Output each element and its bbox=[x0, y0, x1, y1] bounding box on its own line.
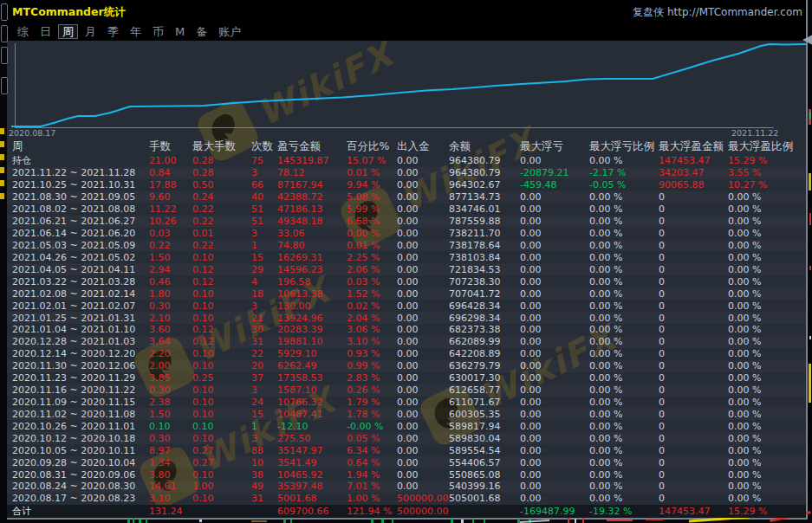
cell: 877134.73 bbox=[449, 191, 520, 203]
menu-tab-备[interactable]: 备 bbox=[196, 25, 207, 38]
table-row[interactable]: 2020.11.23 ~ 2020.11.293.850.253717358.5… bbox=[7, 372, 806, 384]
cell: 636279.79 bbox=[449, 360, 520, 371]
cell: 0.10 bbox=[192, 300, 251, 312]
table-row[interactable]: 2021.08.02 ~ 2021.08.0811.220.225147186.… bbox=[7, 203, 806, 216]
title-bar[interactable]: MTCommander统计 复盘侠 http://MTCommander.com bbox=[7, 0, 806, 23]
cell: 0 bbox=[659, 348, 728, 359]
menu-tab-月[interactable]: 月 bbox=[85, 25, 96, 38]
cell: 0.27 bbox=[192, 457, 251, 468]
cell: 2020.11.30 ~ 2020.12.06 bbox=[12, 360, 149, 371]
menu-tab-币[interactable]: 币 bbox=[153, 25, 164, 38]
cell: 合计 bbox=[12, 505, 149, 518]
cell: 66 bbox=[251, 179, 277, 190]
splitter-arrow-icon[interactable] bbox=[802, 35, 812, 45]
table-row[interactable]: 2020.08.17 ~ 2020.08.233.100.10315001.68… bbox=[7, 493, 806, 505]
column-header: 百分比% bbox=[347, 139, 397, 154]
background-window-sliver bbox=[451, 519, 453, 523]
table-row[interactable]: 持仓21.000.2875145319.8715.07 %0.00964380.… bbox=[7, 154, 806, 167]
table-row[interactable]: 2021.06.21 ~ 2021.06.2710.260.225149348.… bbox=[7, 216, 806, 228]
cell: 0.00 % bbox=[728, 421, 806, 432]
table-row[interactable]: 2021.02.08 ~ 2021.02.141.800.101810613.3… bbox=[7, 287, 806, 300]
table-row[interactable]: 2020.11.30 ~ 2020.12.062.000.10206262.49… bbox=[7, 360, 806, 372]
cell: 5929.10 bbox=[277, 348, 347, 359]
cell: 147453.47 bbox=[659, 155, 728, 166]
cell: 持仓 bbox=[12, 154, 149, 167]
cell: 0.00 bbox=[397, 348, 449, 359]
background-window-sliver bbox=[809, 336, 811, 339]
table-row[interactable]: 2020.08.31 ~ 2020.09.063.800.103810465.9… bbox=[7, 468, 806, 481]
cell: 0.00 % bbox=[589, 300, 659, 312]
cell: 3 bbox=[251, 433, 277, 444]
menu-tab-M[interactable]: M bbox=[175, 25, 185, 38]
table-row[interactable]: 2021.01.04 ~ 2021.01.103.600.123020283.3… bbox=[7, 324, 806, 336]
cell: 0.00 % bbox=[728, 203, 806, 215]
table-row[interactable]: 2021.04.05 ~ 2021.04.112.940.122914596.2… bbox=[7, 263, 806, 275]
cell: 2.94 bbox=[149, 264, 192, 275]
menu-tab-年[interactable]: 年 bbox=[130, 25, 141, 38]
cell: 0.00 bbox=[520, 288, 589, 300]
menu-tab-日[interactable]: 日 bbox=[40, 25, 51, 38]
cell: 90065.88 bbox=[659, 179, 728, 190]
table-row[interactable]: 2021.06.14 ~ 2021.06.200.030.01333.060.0… bbox=[7, 228, 806, 240]
menu-tab-综[interactable]: 综 bbox=[17, 25, 29, 38]
cell: 16269.31 bbox=[277, 252, 347, 263]
cell: 147453.47 bbox=[659, 506, 728, 517]
background-window-sliver bbox=[472, 519, 474, 523]
table-row[interactable]: 2021.08.30 ~ 2021.09.059.600.244042388.7… bbox=[7, 191, 806, 203]
cell: 738103.84 bbox=[449, 252, 520, 263]
cell: 5.08 % bbox=[347, 191, 397, 203]
table-row[interactable]: 2021.01.25 ~ 2021.01.312.100.102113924.9… bbox=[7, 312, 806, 324]
cell: 0.12 bbox=[192, 336, 251, 347]
cell: 589817.94 bbox=[449, 421, 520, 432]
cell: 2020.12.28 ~ 2021.01.03 bbox=[12, 336, 149, 347]
table-row[interactable]: 2020.08.24 ~ 2020.08.3014.011.004935397.… bbox=[7, 481, 806, 493]
cell: 0.30 bbox=[149, 433, 192, 444]
cell: 11.22 bbox=[149, 203, 192, 215]
cell: 10487.41 bbox=[277, 409, 347, 420]
table-row[interactable]: 2020.10.05 ~ 2020.10.118.970.278835147.9… bbox=[7, 444, 806, 456]
cell: 0.00 bbox=[520, 313, 589, 324]
cell: 0.10 bbox=[192, 360, 251, 371]
cell: 0.00 bbox=[520, 409, 589, 420]
cell: 0.00 % bbox=[589, 313, 659, 324]
cell: 0.10 bbox=[192, 348, 251, 359]
cell: 0 bbox=[659, 457, 728, 468]
table-row[interactable]: 2020.11.09 ~ 2020.11.152.380.102410766.3… bbox=[7, 397, 806, 409]
table-row[interactable]: 2020.09.28 ~ 2020.10.041.340.27103541.49… bbox=[7, 456, 806, 468]
cell: 1.52 % bbox=[347, 288, 397, 300]
background-window-sliver bbox=[575, 519, 576, 523]
table-row[interactable]: 2021.03.22 ~ 2021.03.280.460.124196.580.… bbox=[7, 275, 806, 287]
cell: 0 bbox=[659, 300, 728, 312]
table-row[interactable]: 2020.10.26 ~ 2020.11.010.100.101-12.10-0… bbox=[7, 420, 806, 432]
table-row[interactable]: 2020.11.16 ~ 2020.11.220.300.1031587.100… bbox=[7, 384, 806, 397]
table-row[interactable]: 2021.11.22 ~ 2021.11.280.840.28378.120.0… bbox=[7, 167, 806, 179]
menu-tab-季[interactable]: 季 bbox=[107, 25, 119, 38]
table-row[interactable]: 2020.12.14 ~ 2020.12.202.200.10225929.10… bbox=[7, 348, 806, 360]
cell: 0 bbox=[659, 191, 728, 203]
table-row[interactable]: 2021.02.01 ~ 2021.02.070.300.103130.000.… bbox=[7, 300, 806, 312]
cell: 5001.68 bbox=[277, 493, 347, 504]
table-row[interactable]: 2021.05.03 ~ 2021.05.090.220.22174.800.0… bbox=[7, 240, 806, 252]
total-row[interactable]: 合计131.24609700.66121.94 %500000.00-16948… bbox=[7, 505, 806, 518]
table-row[interactable]: 2021.10.25 ~ 2021.10.3117.880.506687167.… bbox=[7, 179, 806, 191]
table-row[interactable]: 2020.10.12 ~ 2020.10.180.300.103275.500.… bbox=[7, 432, 806, 444]
menu-tab-账户[interactable]: 账户 bbox=[218, 25, 241, 38]
cell: 0.00 % bbox=[728, 372, 806, 384]
cell: 0.00 bbox=[397, 481, 449, 492]
table-row[interactable]: 2021.04.26 ~ 2021.05.021.500.101516269.3… bbox=[7, 251, 806, 263]
chart-end-date: 2021.11.22 bbox=[731, 128, 778, 138]
cell: 964380.79 bbox=[449, 155, 520, 166]
cell: 0.00 % bbox=[589, 252, 659, 263]
cell: 0.00 % bbox=[728, 276, 806, 287]
cell: 21.00 bbox=[149, 155, 192, 166]
table-row[interactable]: 2020.11.02 ~ 2020.11.081.500.101510487.4… bbox=[7, 408, 806, 420]
cell: 0.00 bbox=[397, 179, 449, 190]
cell: 2021.02.08 ~ 2021.02.14 bbox=[12, 288, 149, 300]
cell: 738178.64 bbox=[449, 240, 520, 251]
cell: 2020.09.28 ~ 2020.10.04 bbox=[12, 457, 149, 468]
cell: 0.00 % bbox=[589, 493, 659, 504]
menu-tab-周[interactable]: 周 bbox=[58, 24, 78, 39]
cell: 0.00 bbox=[397, 409, 449, 420]
table-row[interactable]: 2020.12.28 ~ 2021.01.033.640.123119881.1… bbox=[7, 336, 806, 348]
cell: 0.10 bbox=[192, 288, 251, 300]
